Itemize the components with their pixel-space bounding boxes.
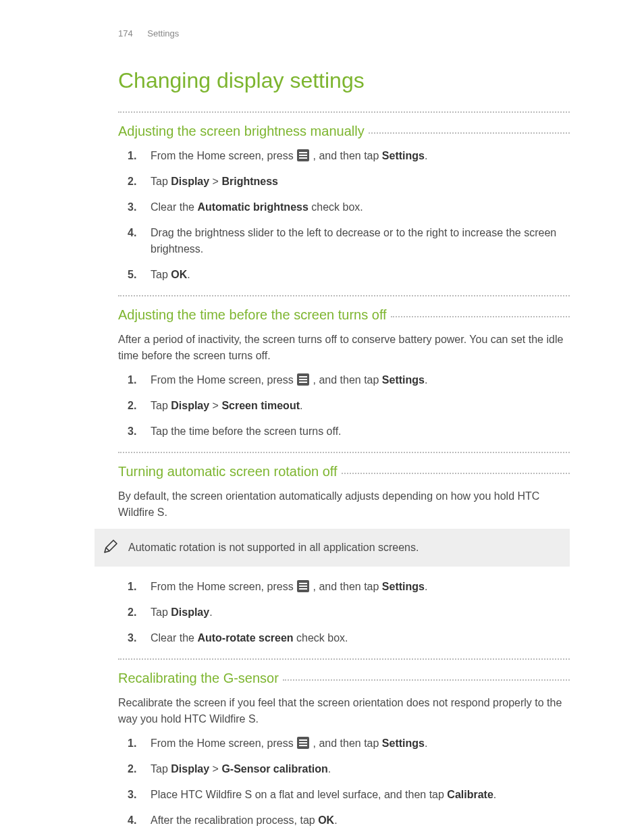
- steps-list: From the Home screen, press , and then t…: [118, 372, 570, 440]
- step-item: From the Home screen, press , and then t…: [118, 148, 570, 164]
- menu-icon: [297, 149, 309, 161]
- step-item: Tap Display > Brightness: [118, 174, 570, 190]
- divider: [118, 452, 570, 453]
- step-item: From the Home screen, press , and then t…: [118, 372, 570, 388]
- step-item: Tap Display > Screen timeout.: [118, 398, 570, 414]
- section-intro: Recalibrate the screen if you feel that …: [118, 695, 570, 727]
- menu-icon: [297, 373, 309, 386]
- step-item: From the Home screen, press , and then t…: [118, 735, 570, 752]
- page-title: Changing display settings: [118, 64, 570, 97]
- steps-list: From the Home screen, press , and then t…: [118, 579, 570, 646]
- step-item: Place HTC Wildfire S on a flat and level…: [118, 787, 570, 803]
- steps-list: From the Home screen, press , and then t…: [118, 148, 570, 283]
- step-item: Clear the Automatic brightness check box…: [118, 199, 570, 215]
- section-header: Turning automatic screen rotation off: [118, 461, 570, 481]
- step-item: Tap Display > G-Sensor calibration.: [118, 761, 570, 777]
- page-header: 174 Settings: [118, 27, 570, 41]
- dotted-trail: [391, 316, 570, 317]
- note-box: Automatic rotation is not supported in a…: [95, 529, 570, 567]
- section-heading: Turning automatic screen rotation off: [118, 461, 342, 481]
- menu-icon: [297, 737, 309, 749]
- page-number: 174: [118, 28, 133, 38]
- section-header: Recalibrating the G-sensor: [118, 668, 570, 688]
- step-item: From the Home screen, press , and then t…: [118, 579, 570, 595]
- step-item: After the recalibration process, tap OK.: [118, 812, 570, 829]
- section-header: Adjusting the time before the screen tur…: [118, 305, 570, 325]
- step-item: Tap the time before the screen turns off…: [118, 423, 570, 440]
- page-content: 174 Settings Changing display settings A…: [0, 0, 644, 834]
- divider: [118, 295, 570, 296]
- section-intro: After a period of inactivity, the screen…: [118, 332, 570, 364]
- header-section-name: Settings: [147, 28, 179, 38]
- step-item: Drag the brightness slider to the left t…: [118, 225, 570, 257]
- note-text: Automatic rotation is not supported in a…: [128, 542, 419, 553]
- section-heading: Adjusting the time before the screen tur…: [118, 305, 391, 325]
- step-item: Tap Display.: [118, 604, 570, 621]
- section-header: Adjusting the screen brightness manually: [118, 121, 570, 141]
- section-intro: By default, the screen orientation autom…: [118, 488, 570, 521]
- divider: [118, 658, 570, 660]
- dotted-trail: [369, 132, 570, 134]
- menu-icon: [297, 580, 309, 592]
- section-heading: Recalibrating the G-sensor: [118, 668, 283, 688]
- step-item: Tap OK.: [118, 267, 570, 283]
- steps-list: From the Home screen, press , and then t…: [118, 735, 570, 829]
- step-item: Clear the Auto-rotate screen check box.: [118, 630, 570, 646]
- pencil-icon: [103, 538, 119, 554]
- section-heading: Adjusting the screen brightness manually: [118, 121, 369, 141]
- divider: [118, 111, 570, 113]
- dotted-trail: [342, 473, 570, 474]
- dotted-trail: [283, 679, 570, 681]
